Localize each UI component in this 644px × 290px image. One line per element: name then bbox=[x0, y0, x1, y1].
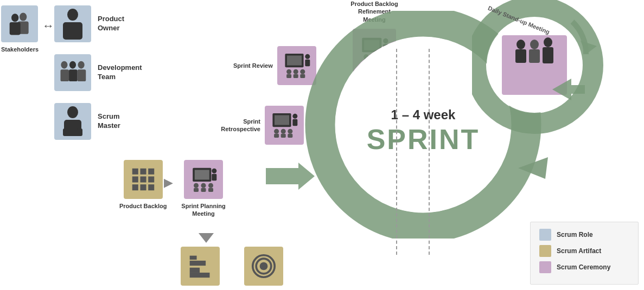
svg-rect-21 bbox=[148, 176, 154, 182]
svg-rect-23 bbox=[140, 184, 146, 190]
sprint-retro-box bbox=[265, 106, 304, 145]
scrum-master-label: ScrumMaster bbox=[98, 112, 120, 131]
scrum-master-card: ScrumMaster bbox=[54, 103, 120, 140]
svg-rect-85 bbox=[529, 49, 540, 63]
sprint-exit-arrow bbox=[552, 76, 585, 105]
svg-rect-5 bbox=[63, 22, 82, 40]
product-owner-card: ProductOwner bbox=[54, 5, 124, 42]
sprint-planning-label: Sprint Planning Meeting bbox=[179, 202, 228, 218]
sprint-retro-wrapper: Sprint Retrospective bbox=[212, 106, 304, 145]
svg-rect-47 bbox=[286, 74, 291, 78]
svg-rect-38 bbox=[189, 256, 196, 260]
legend: Scrum Role Scrum Artifact Scrum Ceremony bbox=[530, 222, 639, 285]
svg-point-27 bbox=[194, 183, 199, 188]
svg-point-12 bbox=[67, 106, 78, 118]
svg-rect-32 bbox=[208, 188, 213, 192]
svg-rect-31 bbox=[201, 188, 206, 192]
svg-rect-9 bbox=[69, 69, 78, 81]
svg-rect-18 bbox=[148, 169, 154, 175]
svg-point-2 bbox=[11, 14, 18, 22]
product-backlog-label: Product Backlog bbox=[119, 202, 167, 210]
svg-rect-26 bbox=[195, 170, 209, 179]
svg-rect-3 bbox=[10, 22, 21, 35]
svg-point-6 bbox=[61, 61, 67, 69]
svg-rect-7 bbox=[60, 69, 69, 81]
svg-point-84 bbox=[530, 40, 539, 49]
svg-point-29 bbox=[208, 183, 213, 188]
planning-down-arrow bbox=[199, 233, 214, 243]
svg-point-4 bbox=[67, 9, 78, 21]
svg-rect-37 bbox=[189, 273, 209, 278]
sprint-backlog-wrapper: Sprint Backlog bbox=[179, 247, 221, 290]
dev-team-label: DevelopmentTeam bbox=[98, 63, 142, 82]
svg-rect-53 bbox=[275, 115, 289, 125]
sprint-goal-box bbox=[244, 247, 283, 286]
stakeholder-arrow: ↔ bbox=[42, 19, 54, 33]
svg-rect-22 bbox=[132, 184, 138, 190]
legend-role-item: Scrum Role bbox=[539, 229, 629, 241]
legend-role-swatch bbox=[539, 229, 551, 241]
svg-rect-57 bbox=[274, 134, 279, 138]
svg-rect-58 bbox=[281, 134, 286, 138]
sprint-goal-wrapper: Sprint Goal bbox=[244, 247, 283, 290]
legend-artifact-swatch bbox=[539, 245, 551, 257]
svg-rect-87 bbox=[543, 47, 553, 63]
product-backlog-wrapper: Product Backlog bbox=[119, 160, 167, 210]
legend-ceremony-label: Scrum Ceremony bbox=[557, 263, 610, 271]
legend-ceremony-swatch bbox=[539, 261, 551, 273]
dashed-line-1 bbox=[396, 49, 397, 255]
svg-marker-89 bbox=[552, 79, 585, 100]
svg-marker-78 bbox=[266, 163, 315, 190]
product-owner-icon bbox=[54, 5, 91, 42]
svg-point-0 bbox=[20, 13, 27, 21]
product-owner-label: ProductOwner bbox=[98, 15, 124, 33]
sprint-retro-label: Sprint Retrospective bbox=[212, 118, 260, 133]
backlog-to-planning-arrow: ▶ bbox=[164, 176, 173, 190]
svg-rect-24 bbox=[148, 184, 154, 190]
sprint-planning-box bbox=[184, 160, 223, 199]
dev-team-icon bbox=[54, 54, 91, 91]
sprint-in-arrow bbox=[266, 163, 315, 192]
svg-point-60 bbox=[292, 114, 297, 119]
svg-rect-48 bbox=[293, 74, 298, 78]
svg-rect-61 bbox=[292, 119, 297, 126]
scrum-master-icon bbox=[54, 103, 91, 140]
svg-point-8 bbox=[69, 61, 76, 69]
svg-text:1 – 4 week: 1 – 4 week bbox=[391, 107, 456, 122]
svg-rect-36 bbox=[189, 261, 205, 266]
svg-rect-34 bbox=[212, 174, 216, 181]
svg-rect-16 bbox=[132, 169, 138, 175]
dev-team-card: DevelopmentTeam bbox=[54, 54, 142, 91]
svg-text:SPRINT: SPRINT bbox=[367, 124, 480, 155]
stakeholders-label: Stakeholders bbox=[1, 46, 39, 53]
svg-point-55 bbox=[281, 129, 286, 134]
svg-point-33 bbox=[212, 169, 216, 173]
svg-rect-59 bbox=[288, 134, 292, 138]
svg-rect-15 bbox=[77, 128, 82, 136]
sprint-planning-wrapper: Sprint Planning Meeting bbox=[179, 160, 228, 218]
svg-point-44 bbox=[286, 69, 291, 74]
svg-rect-17 bbox=[140, 169, 146, 175]
svg-rect-20 bbox=[140, 176, 146, 182]
svg-point-54 bbox=[274, 129, 279, 134]
stakeholders-icon bbox=[1, 5, 38, 42]
svg-point-45 bbox=[293, 69, 298, 74]
svg-rect-43 bbox=[287, 56, 302, 66]
svg-point-41 bbox=[260, 262, 268, 270]
svg-rect-11 bbox=[78, 69, 86, 81]
dashed-line-2 bbox=[429, 49, 430, 255]
svg-point-28 bbox=[201, 183, 206, 188]
sprint-backlog-box bbox=[181, 247, 220, 286]
svg-point-56 bbox=[288, 129, 292, 134]
svg-point-10 bbox=[78, 61, 85, 69]
sprint-review-label: Sprint Review bbox=[233, 62, 273, 69]
legend-ceremony-item: Scrum Ceremony bbox=[539, 261, 629, 273]
svg-point-82 bbox=[517, 40, 525, 49]
legend-artifact-item: Scrum Artifact bbox=[539, 245, 629, 257]
legend-role-label: Scrum Role bbox=[557, 231, 593, 239]
svg-rect-14 bbox=[63, 128, 68, 136]
svg-rect-83 bbox=[515, 49, 526, 63]
legend-artifact-label: Scrum Artifact bbox=[557, 247, 601, 255]
daily-standup-area bbox=[472, 0, 613, 143]
product-backlog-box bbox=[124, 160, 163, 199]
